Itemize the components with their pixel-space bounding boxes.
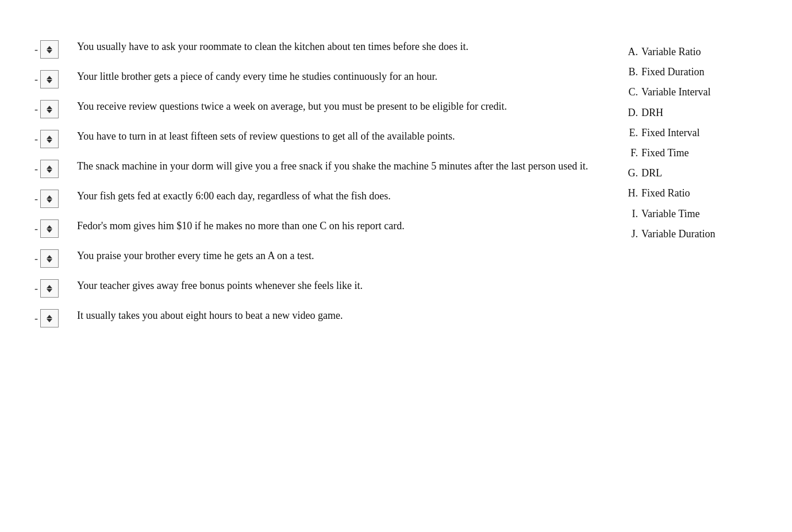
arrow-down-icon-3 (47, 110, 52, 113)
answer-item-C: C. Variable Interval (625, 85, 758, 99)
answer-letter-5: F. (625, 146, 638, 160)
spinner-arrows-4 (47, 136, 52, 143)
question-row: - You praise your brother every time he … (34, 248, 602, 268)
question-text-3: You receive review questions twice a wee… (77, 99, 602, 114)
spinner-2[interactable] (40, 70, 59, 88)
dash-3: - (34, 103, 38, 115)
arrow-down-icon-4 (47, 140, 52, 143)
answer-letter-2: C. (625, 85, 638, 99)
answer-item-F: F. Fixed Time (625, 146, 758, 160)
answer-letter-8: I. (625, 207, 638, 221)
answer-item-E: E. Fixed Interval (625, 126, 758, 140)
answer-text-8: Variable Time (641, 207, 700, 221)
dropdown-wrapper-4: - (34, 130, 71, 148)
arrow-up-icon-1 (47, 46, 52, 49)
question-row: - It usually takes you about eight hours… (34, 308, 602, 327)
answer-item-A: A. Variable Ratio (625, 45, 758, 59)
arrow-down-icon-8 (47, 259, 52, 263)
spinner-3[interactable] (40, 100, 59, 118)
arrow-up-icon-6 (47, 195, 52, 199)
dash-10: - (34, 313, 38, 325)
dash-7: - (34, 223, 38, 235)
dash-2: - (34, 74, 38, 86)
dropdown-wrapper-7: - (34, 219, 71, 238)
spinner-9[interactable] (40, 279, 59, 298)
answer-item-I: I. Variable Time (625, 207, 758, 221)
question-row: - The snack machine in your dorm will gi… (34, 159, 602, 178)
answer-item-G: G. DRL (625, 166, 758, 180)
answer-text-9: Variable Duration (641, 227, 715, 241)
question-row: - You usually have to ask your roommate … (34, 39, 602, 59)
spinner-arrows-7 (47, 225, 52, 233)
question-row: - Your fish gets fed at exactly 6:00 eac… (34, 188, 602, 208)
spinner-6[interactable] (40, 190, 59, 208)
questions-column: - You usually have to ask your roommate … (34, 39, 602, 338)
spinner-arrows-3 (47, 106, 52, 113)
arrow-up-icon-7 (47, 225, 52, 229)
arrow-down-icon-1 (47, 50, 52, 53)
arrow-down-icon-7 (47, 229, 52, 233)
arrow-up-icon-8 (47, 255, 52, 259)
answer-text-2: Variable Interval (641, 85, 710, 99)
dropdown-wrapper-3: - (34, 100, 71, 118)
answer-text-1: Fixed Duration (641, 65, 705, 79)
spinner-arrows-6 (47, 195, 52, 203)
dash-9: - (34, 283, 38, 295)
dropdown-wrapper-8: - (34, 249, 71, 268)
arrow-down-icon-5 (47, 169, 52, 173)
dash-6: - (34, 193, 38, 205)
answer-text-6: DRL (641, 166, 662, 180)
answer-text-4: Fixed Interval (641, 126, 699, 140)
spinner-arrows-10 (47, 315, 52, 322)
question-row: - Your teacher gives away free bonus poi… (34, 278, 602, 298)
answer-item-J: J. Variable Duration (625, 227, 758, 241)
arrow-up-icon-9 (47, 285, 52, 288)
answer-letter-0: A. (625, 45, 638, 59)
question-text-8: You praise your brother every time he ge… (77, 248, 602, 263)
arrow-down-icon-6 (47, 199, 52, 203)
dash-8: - (34, 253, 38, 265)
arrow-down-icon-9 (47, 289, 52, 292)
dropdown-wrapper-9: - (34, 279, 71, 298)
answer-letter-7: H. (625, 186, 638, 201)
question-text-5: The snack machine in your dorm will give… (77, 159, 602, 174)
spinner-arrows-9 (47, 285, 52, 292)
dropdown-wrapper-5: - (34, 160, 71, 178)
arrow-up-icon-2 (47, 76, 52, 79)
arrow-down-icon-10 (47, 319, 52, 322)
answer-list: A. Variable Ratio B. Fixed Duration C. V… (625, 45, 758, 247)
spinner-arrows-2 (47, 76, 52, 83)
spinner-1[interactable] (40, 40, 59, 59)
answer-letter-9: J. (625, 227, 638, 241)
answer-letter-4: E. (625, 126, 638, 140)
spinner-5[interactable] (40, 160, 59, 178)
question-text-1: You usually have to ask your roommate to… (77, 39, 602, 54)
arrow-up-icon-4 (47, 136, 52, 139)
spinner-7[interactable] (40, 219, 59, 238)
question-row: - You receive review questions twice a w… (34, 99, 602, 118)
question-text-10: It usually takes you about eight hours t… (77, 308, 602, 323)
dropdown-wrapper-2: - (34, 70, 71, 88)
answer-text-5: Fixed Time (641, 146, 689, 160)
answer-text-7: Fixed Ratio (641, 186, 690, 201)
answer-item-B: B. Fixed Duration (625, 65, 758, 79)
dropdown-wrapper-6: - (34, 190, 71, 208)
spinner-10[interactable] (40, 309, 59, 327)
question-text-9: Your teacher gives away free bonus point… (77, 278, 602, 293)
spinner-4[interactable] (40, 130, 59, 148)
arrow-up-icon-10 (47, 315, 52, 318)
answer-letter-1: B. (625, 65, 638, 79)
content-area: - You usually have to ask your roommate … (34, 39, 758, 338)
question-text-7: Fedor's mom gives him $10 if he makes no… (77, 218, 602, 233)
dash-5: - (34, 163, 38, 175)
arrow-down-icon-2 (47, 80, 52, 83)
answer-letter-3: D. (625, 106, 638, 120)
answer-text-0: Variable Ratio (641, 45, 701, 59)
question-text-2: Your little brother gets a piece of cand… (77, 69, 602, 84)
spinner-arrows-5 (47, 165, 52, 173)
dash-4: - (34, 133, 38, 145)
arrow-up-icon-5 (47, 165, 52, 169)
spinner-arrows-8 (47, 255, 52, 263)
answer-text-3: DRH (641, 106, 663, 120)
spinner-8[interactable] (40, 249, 59, 268)
